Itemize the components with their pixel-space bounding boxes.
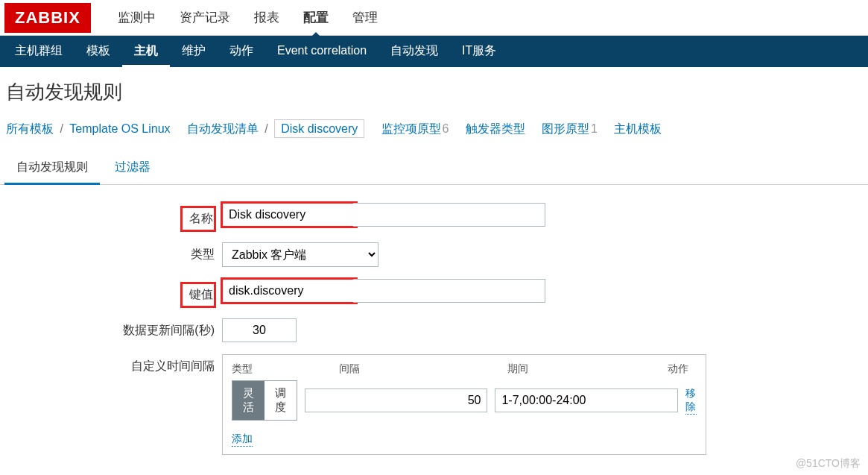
subnav-hostgroups[interactable]: 主机群组 — [3, 36, 75, 67]
subnav-templates[interactable]: 模板 — [75, 36, 122, 67]
topnav-reports[interactable]: 报表 — [242, 0, 291, 36]
tabs: 自动发现规则 过滤器 — [0, 152, 868, 185]
bc-discovery-list[interactable]: 自动发现清单 — [187, 122, 259, 135]
bc-triggers-proto[interactable]: 触发器类型 — [466, 122, 525, 135]
interval-input[interactable] — [222, 318, 297, 342]
subnav-hosts[interactable]: 主机 — [122, 36, 170, 67]
tab-rule[interactable]: 自动发现规则 — [4, 152, 100, 185]
bc-template[interactable]: Template OS Linux — [69, 122, 170, 135]
custom-interval-box: 类型 间隔 期间 动作 灵活 调度 移除 添加 — [222, 354, 706, 455]
subnav-eventcorr[interactable]: Event correlation — [265, 36, 378, 67]
logo: ZABBIX — [4, 3, 91, 33]
bc-graphs-count: 1 — [591, 122, 598, 135]
interval-type-segment: 灵活 调度 — [232, 380, 297, 421]
subnav-maintenance[interactable]: 维护 — [170, 36, 218, 67]
subnav-itservices[interactable]: IT服务 — [450, 36, 508, 67]
name-input-ext[interactable] — [353, 203, 545, 227]
sub-nav: 主机群组 模板 主机 维护 动作 Event correlation 自动发现 … — [0, 36, 868, 67]
hdr-interval: 间隔 — [339, 362, 507, 376]
subnav-discovery[interactable]: 自动发现 — [378, 36, 450, 67]
add-link[interactable]: 添加 — [232, 432, 253, 447]
topnav-inventory[interactable]: 资产记录 — [168, 0, 242, 36]
label-type: 类型 — [7, 242, 222, 262]
topnav-admin[interactable]: 管理 — [340, 0, 390, 36]
label-interval: 数据更新间隔(秒) — [7, 318, 222, 339]
bc-sep: / — [60, 122, 63, 135]
subnav-actions[interactable]: 动作 — [218, 36, 265, 67]
topnav-monitoring[interactable]: 监测中 — [106, 0, 168, 36]
bc-sep: / — [264, 122, 267, 135]
form: 名称 类型 Zabbix 客户端 键值 数据更新间隔(秒) 自定义时间间隔 类型 — [0, 185, 868, 475]
bc-items-proto[interactable]: 监控项原型 — [381, 122, 441, 135]
bc-items-count: 6 — [443, 122, 449, 135]
bc-all-templates[interactable]: 所有模板 — [6, 122, 54, 135]
key-input-ext[interactable] — [353, 279, 545, 303]
tab-filter[interactable]: 过滤器 — [103, 152, 162, 185]
bc-current: Disk discovery — [274, 119, 364, 138]
label-name: 名称 — [182, 207, 215, 230]
page-title: 自动发现规则 — [0, 67, 868, 117]
key-input[interactable] — [222, 279, 356, 303]
remove-link[interactable]: 移除 — [685, 387, 697, 415]
flex-interval-input[interactable] — [305, 389, 487, 412]
flex-period-input[interactable] — [495, 389, 677, 412]
name-input[interactable] — [222, 203, 356, 227]
seg-scheduling[interactable]: 调度 — [264, 381, 297, 420]
label-key: 键值 — [182, 283, 215, 306]
hdr-action: 动作 — [668, 362, 697, 376]
bc-graphs-proto[interactable]: 图形原型 — [542, 122, 589, 135]
type-select[interactable]: Zabbix 客户端 — [222, 242, 378, 267]
top-nav: ZABBIX 监测中 资产记录 报表 配置 管理 — [0, 0, 868, 36]
watermark: @51CTO博客 — [796, 457, 861, 471]
hdr-type: 类型 — [232, 362, 339, 376]
label-custom-interval: 自定义时间间隔 — [7, 354, 222, 374]
hdr-period: 期间 — [507, 362, 668, 376]
bc-host-proto[interactable]: 主机模板 — [614, 122, 662, 135]
seg-flexible[interactable]: 灵活 — [232, 381, 264, 420]
breadcrumb: 所有模板 / Template OS Linux 自动发现清单 / Disk d… — [0, 117, 868, 152]
topnav-configuration[interactable]: 配置 — [291, 0, 340, 36]
